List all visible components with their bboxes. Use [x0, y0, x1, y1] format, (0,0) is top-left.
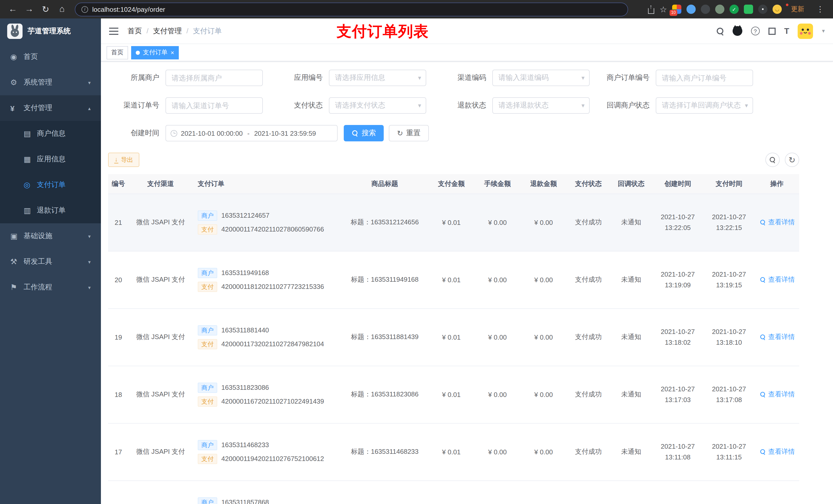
- table-row: 商户 1635311857868 支付: [108, 480, 799, 504]
- goods-title-cell: 标题：1635311823086: [341, 366, 428, 423]
- pay-order-cell: 商户 1635311468233 支付 42000011942021102767…: [193, 423, 341, 480]
- sidebar-item-refund-order[interactable]: 退款订单: [0, 198, 101, 223]
- refresh-icon: [789, 155, 795, 165]
- sidebar-item-pay-order[interactable]: 支付订单: [0, 172, 101, 198]
- chevron-down-icon: [745, 102, 748, 109]
- extension-grid-icon[interactable]: 10: [672, 5, 681, 14]
- order-id-cell: 17: [108, 423, 128, 480]
- search-button[interactable]: 搜索: [344, 125, 384, 141]
- notify-status-select[interactable]: 请选择订单回调商户状态: [656, 97, 753, 114]
- extension-olive-icon[interactable]: [715, 5, 724, 14]
- screen: localhost:1024/pay/order 10 更新 芋道管理系统: [0, 0, 833, 504]
- reload-icon[interactable]: [39, 3, 52, 16]
- fee-amount-cell: ¥ 0.00: [474, 366, 521, 423]
- forward-icon[interactable]: [23, 3, 36, 16]
- help-icon[interactable]: [751, 27, 760, 35]
- actions-cell: 查看详情: [755, 194, 799, 251]
- sidebar-item-app-info[interactable]: 应用信息: [0, 146, 101, 172]
- extension-note-icon[interactable]: [744, 5, 753, 14]
- browser-menu-icon[interactable]: [813, 3, 827, 16]
- col-refund: 退款金额: [521, 174, 567, 194]
- search-icon: [760, 334, 765, 339]
- pay-status-cell: 支付成功: [567, 308, 610, 366]
- tab-home[interactable]: 首页: [106, 46, 128, 59]
- merchant-tag: 商户: [198, 440, 217, 450]
- sidebar-item-dev-tools[interactable]: 研发工具: [0, 249, 101, 274]
- pay-status-select[interactable]: 请选择支付状态: [329, 97, 426, 114]
- pay-tag: 支付: [198, 339, 217, 349]
- refresh-table-button[interactable]: [785, 153, 799, 167]
- view-detail-link[interactable]: 查看详情: [759, 217, 795, 226]
- pay-time-cell: 2021-10-27 13:19:15: [704, 251, 755, 308]
- site-info-icon[interactable]: [81, 6, 88, 13]
- hamburger-icon[interactable]: [109, 27, 118, 34]
- pay-channel-cell: 微信 JSAPI 支付: [128, 308, 193, 366]
- table-row: 20 微信 JSAPI 支付 商户 1635311949168 支付: [108, 251, 799, 308]
- back-icon[interactable]: [6, 3, 20, 16]
- pay-channel-cell: 微信 JSAPI 支付: [128, 423, 193, 480]
- sidebar-item-pay[interactable]: 支付管理: [0, 95, 101, 121]
- bookmark-star-icon[interactable]: [660, 4, 667, 14]
- home-icon[interactable]: [55, 3, 69, 16]
- view-detail-link[interactable]: 查看详情: [759, 332, 795, 341]
- pay-amount-cell: ¥ 0.01: [428, 308, 474, 366]
- merchant-input[interactable]: [165, 70, 263, 86]
- tab-pay-order[interactable]: 支付订单: [131, 46, 179, 59]
- refund-status-select[interactable]: 请选择退款状态: [492, 97, 590, 114]
- font-size-icon[interactable]: [784, 26, 789, 35]
- chevron-down-icon: [88, 80, 91, 85]
- pay-transaction-no: 4200001174202110278060590766: [221, 225, 324, 233]
- breadcrumb-pay[interactable]: 支付管理: [142, 26, 182, 35]
- channel-order-no-input[interactable]: [165, 97, 263, 114]
- pay-transaction-no: 4200001167202110271022491439: [221, 398, 324, 405]
- tools-icon: [10, 257, 24, 266]
- sidebar-item-system[interactable]: 系统管理: [0, 70, 101, 95]
- fullscreen-icon[interactable]: [768, 27, 776, 34]
- merchant-order-no-input[interactable]: [656, 70, 753, 86]
- clock-icon: [171, 130, 177, 137]
- close-icon[interactable]: [171, 49, 174, 56]
- browser-update-button[interactable]: 更新: [787, 3, 808, 15]
- date-end: 2021-10-31 23:59:59: [254, 129, 316, 137]
- pay-channel-cell: 微信 JSAPI 支付: [128, 366, 193, 423]
- extension-avatar-icon[interactable]: [772, 5, 782, 14]
- github-icon[interactable]: [732, 26, 742, 36]
- sidebar-item-workflow[interactable]: 工作流程: [0, 274, 101, 300]
- extension-drop-icon[interactable]: [687, 5, 696, 14]
- avatar[interactable]: [798, 23, 813, 39]
- search-icon[interactable]: [716, 27, 723, 34]
- app-no-select[interactable]: 请选择应用信息: [329, 70, 426, 86]
- reset-button[interactable]: 重置: [389, 125, 429, 141]
- pay-time-cell: 2021-10-27 13:11:15: [704, 423, 755, 480]
- col-pay-order: 支付订单: [193, 174, 341, 194]
- export-button[interactable]: 导出: [108, 153, 139, 167]
- table-row: 18 微信 JSAPI 支付 商户 1635311823086 支付: [108, 366, 799, 423]
- sidebar-item-infra[interactable]: 基础设施: [0, 223, 101, 249]
- share-icon[interactable]: [647, 5, 654, 14]
- view-detail-link[interactable]: 查看详情: [759, 275, 795, 284]
- sidebar-item-home[interactable]: 首页: [0, 44, 101, 70]
- chevron-down-icon: [418, 102, 421, 109]
- refund-status-label: 退款状态: [435, 101, 492, 110]
- toggle-search-button[interactable]: [765, 153, 780, 167]
- col-notify: 回调状态: [610, 174, 652, 194]
- pay-status-cell: 支付成功: [567, 251, 610, 308]
- extension-dark-icon[interactable]: [701, 5, 710, 14]
- create-time-range-picker[interactable]: 2021-10-01 00:00:00 - 2021-10-31 23:59:5…: [165, 125, 338, 141]
- order-id-cell: 18: [108, 366, 128, 423]
- chevron-down-icon[interactable]: [822, 28, 825, 34]
- channel-code-select[interactable]: 请输入渠道编码: [492, 70, 590, 86]
- extension-pin-icon[interactable]: [758, 5, 767, 14]
- document-icon: [24, 206, 37, 215]
- chevron-down-icon: [418, 74, 421, 81]
- create-time-cell: [652, 480, 704, 504]
- address-bar[interactable]: localhost:1024/pay/order: [75, 2, 628, 16]
- merchant-tag: 商户: [198, 210, 217, 220]
- view-detail-link[interactable]: 查看详情: [759, 389, 795, 399]
- sidebar-item-merchant-info[interactable]: 商户信息: [0, 121, 101, 146]
- breadcrumb-home[interactable]: 首页: [127, 26, 142, 35]
- channel-code-label: 渠道编码: [435, 73, 492, 82]
- extension-check-icon[interactable]: [730, 5, 739, 14]
- app-logo: 芋道管理系统: [0, 19, 101, 44]
- view-detail-link[interactable]: 查看详情: [759, 447, 795, 456]
